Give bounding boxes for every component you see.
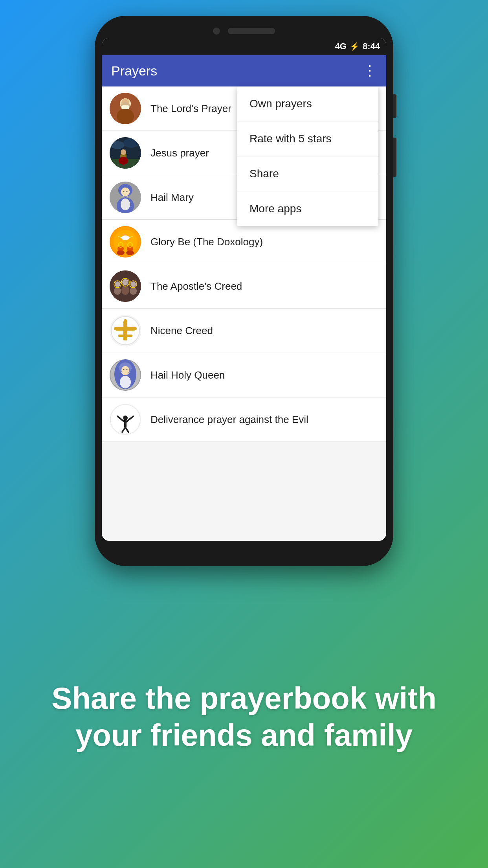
svg-point-3 bbox=[117, 108, 134, 124]
svg-point-50 bbox=[123, 326, 127, 329]
list-item[interactable]: Deliverance prayer against the Evil bbox=[102, 397, 386, 442]
svg-point-62 bbox=[127, 369, 128, 370]
avatar bbox=[110, 270, 141, 302]
svg-point-31 bbox=[117, 250, 125, 255]
avatar bbox=[110, 359, 141, 391]
menu-icon[interactable]: ⋮ bbox=[363, 63, 377, 79]
phone-screen: 4G ⚡ 8:44 Prayers ⋮ Own prayers Rate wit… bbox=[102, 38, 386, 541]
list-item[interactable]: The Apostle's Creed bbox=[102, 264, 386, 309]
dropdown-item-own-prayers[interactable]: Own prayers bbox=[237, 86, 378, 121]
svg-point-9 bbox=[123, 138, 139, 148]
dropdown-menu: Own prayers Rate with 5 stars Share More… bbox=[237, 86, 378, 226]
promo-section: Share the prayerbook with your friends a… bbox=[0, 566, 488, 868]
avatar bbox=[110, 93, 141, 124]
svg-point-13 bbox=[119, 157, 128, 165]
phone-shell: 4G ⚡ 8:44 Prayers ⋮ Own prayers Rate wit… bbox=[95, 16, 393, 566]
volume-button bbox=[393, 94, 396, 118]
prayer-title: Jesus prayer bbox=[150, 147, 209, 159]
avatar bbox=[110, 182, 141, 213]
prayer-title: The Lord's Prayer bbox=[150, 103, 231, 115]
dropdown-item-rate-5-stars[interactable]: Rate with 5 stars bbox=[237, 121, 378, 156]
camera-dot bbox=[213, 28, 220, 35]
svg-point-52 bbox=[134, 327, 137, 330]
svg-point-24 bbox=[114, 230, 137, 254]
prayer-title: Nicene Creed bbox=[150, 325, 213, 337]
svg-point-63 bbox=[120, 376, 131, 388]
svg-point-51 bbox=[114, 327, 117, 330]
status-bar: 4G ⚡ 8:44 bbox=[102, 38, 386, 55]
svg-point-40 bbox=[121, 285, 129, 295]
app-bar: Prayers ⋮ bbox=[102, 55, 386, 86]
clock: 8:44 bbox=[363, 41, 380, 51]
list-item[interactable]: Hail Holy Queen bbox=[102, 353, 386, 397]
network-indicator: 4G bbox=[335, 41, 347, 51]
svg-point-60 bbox=[121, 366, 129, 374]
svg-point-67 bbox=[123, 416, 128, 420]
svg-point-39 bbox=[122, 279, 128, 285]
svg-point-42 bbox=[130, 287, 137, 295]
svg-point-53 bbox=[124, 319, 127, 322]
svg-point-8 bbox=[110, 141, 125, 149]
svg-point-18 bbox=[123, 191, 125, 192]
prayer-title: Glory Be (The Doxology) bbox=[150, 236, 263, 248]
list-item[interactable]: Glory Be (The Doxology) bbox=[102, 220, 386, 264]
prayer-title: Deliverance prayer against the Evil bbox=[150, 414, 308, 426]
speaker-slot bbox=[228, 28, 275, 34]
svg-point-21 bbox=[121, 199, 130, 210]
avatar bbox=[110, 226, 141, 257]
avatar bbox=[110, 137, 141, 169]
phone-top-bar bbox=[102, 28, 386, 35]
list-item[interactable]: Nicene Creed bbox=[102, 309, 386, 353]
svg-rect-54 bbox=[118, 335, 132, 337]
dropdown-item-share[interactable]: Share bbox=[237, 156, 378, 191]
svg-point-41 bbox=[130, 281, 136, 287]
avatar bbox=[110, 315, 141, 346]
power-button bbox=[393, 138, 396, 177]
prayer-title: Hail Holy Queen bbox=[150, 369, 225, 381]
svg-point-38 bbox=[114, 287, 121, 295]
svg-rect-5 bbox=[121, 105, 129, 109]
svg-point-19 bbox=[127, 191, 128, 192]
prayer-title: Hail Mary bbox=[150, 191, 194, 204]
app-title: Prayers bbox=[111, 63, 363, 79]
battery-icon: ⚡ bbox=[350, 42, 360, 51]
svg-point-32 bbox=[126, 250, 134, 255]
svg-point-12 bbox=[121, 149, 126, 155]
dropdown-item-more-apps[interactable]: More apps bbox=[237, 191, 378, 226]
prayer-title: The Apostle's Creed bbox=[150, 280, 242, 292]
svg-point-17 bbox=[121, 188, 130, 196]
svg-point-28 bbox=[124, 235, 127, 239]
avatar bbox=[110, 404, 141, 435]
svg-point-61 bbox=[123, 369, 125, 370]
svg-point-37 bbox=[115, 281, 120, 287]
promo-text: Share the prayerbook with your friends a… bbox=[24, 680, 464, 754]
